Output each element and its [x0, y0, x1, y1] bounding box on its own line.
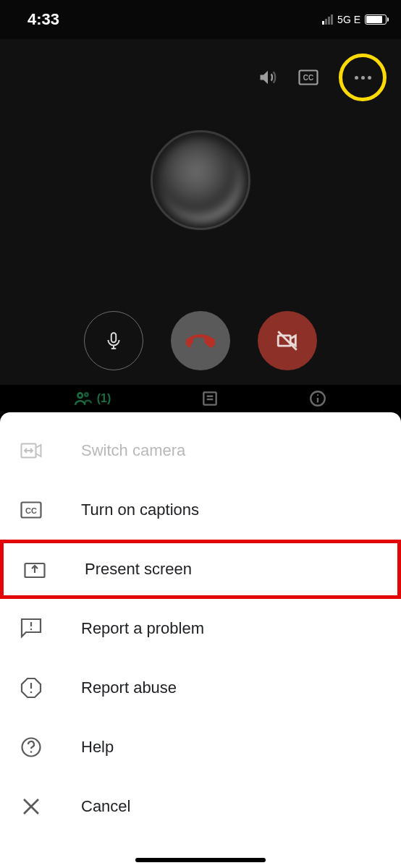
close-icon: [20, 797, 42, 816]
svg-line-4: [278, 331, 297, 350]
svg-point-23: [30, 751, 33, 753]
more-options-button[interactable]: [339, 54, 387, 101]
captions-icon: CC: [20, 501, 42, 519]
more-dots-icon: [355, 76, 371, 80]
status-right: 5G E: [322, 14, 387, 25]
svg-text:CC: CC: [25, 506, 37, 515]
options-sheet: Switch camera CC Turn on captions Presen…: [0, 412, 401, 868]
captions-item[interactable]: CC Turn on captions: [0, 480, 401, 540]
svg-point-5: [77, 393, 83, 398]
report-abuse-item[interactable]: Report abuse: [0, 658, 401, 718]
svg-rect-2: [111, 333, 117, 342]
status-time: 4:33: [28, 10, 59, 29]
status-bar: 4:33 5G E: [0, 0, 401, 39]
top-controls: CC: [258, 54, 387, 101]
hangup-button[interactable]: [171, 311, 230, 370]
video-call-area: CC: [0, 39, 401, 385]
svg-point-12: [317, 394, 318, 396]
report-problem-label: Report a problem: [81, 619, 204, 638]
help-icon: [20, 736, 42, 758]
report-problem-icon: [20, 618, 42, 639]
camera-off-button[interactable]: [258, 311, 317, 370]
svg-point-6: [85, 393, 88, 396]
captions-cc-icon[interactable]: CC: [298, 69, 318, 85]
peek-tab-row: (1): [0, 385, 401, 412]
svg-point-18: [30, 629, 32, 630]
switch-camera-item[interactable]: Switch camera: [0, 421, 401, 480]
present-screen-icon: [24, 560, 46, 579]
cellular-signal-icon: [322, 14, 333, 25]
battery-icon: [365, 14, 387, 25]
report-problem-item[interactable]: Report a problem: [0, 599, 401, 658]
participant-avatar: [151, 130, 250, 230]
info-tab[interactable]: [308, 389, 327, 408]
network-type: 5G E: [337, 14, 360, 25]
chat-tab[interactable]: [200, 389, 219, 408]
speaker-icon[interactable]: [258, 67, 278, 88]
home-indicator[interactable]: [135, 858, 266, 862]
captions-label: Turn on captions: [81, 501, 199, 519]
switch-camera-icon: [20, 443, 42, 459]
help-label: Help: [81, 738, 114, 757]
call-controls: [84, 311, 317, 370]
present-screen-item[interactable]: Present screen: [0, 540, 401, 599]
svg-point-21: [30, 692, 33, 694]
people-count: (1): [97, 392, 111, 405]
present-screen-label: Present screen: [85, 560, 192, 579]
switch-camera-label: Switch camera: [81, 441, 185, 460]
people-tab[interactable]: (1): [74, 391, 111, 407]
mute-button[interactable]: [84, 311, 143, 370]
report-abuse-label: Report abuse: [81, 678, 177, 697]
cancel-label: Cancel: [81, 797, 130, 816]
cancel-item[interactable]: Cancel: [0, 777, 401, 836]
report-abuse-icon: [20, 677, 42, 699]
svg-text:CC: CC: [303, 74, 313, 82]
help-item[interactable]: Help: [0, 718, 401, 777]
